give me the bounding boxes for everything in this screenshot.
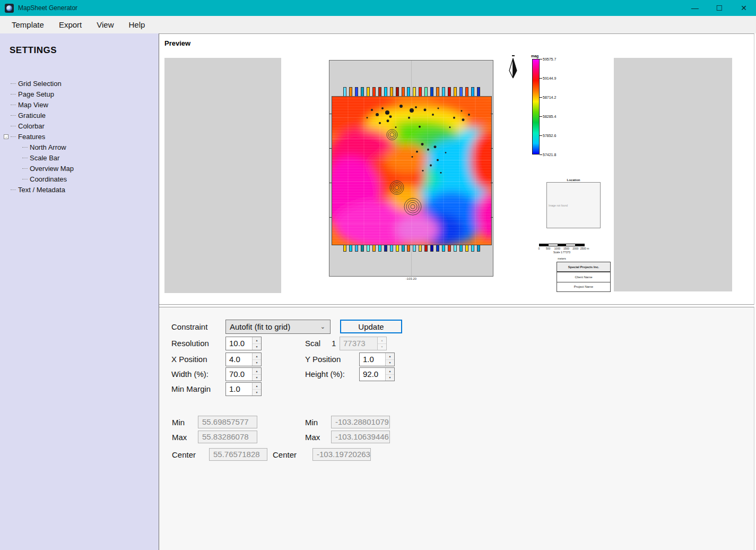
scale-bar-tick-label: 1000 [554,247,560,250]
sidebar-item-page-setup[interactable]: Page Setup [0,89,159,99]
close-button[interactable]: ✕ [732,0,756,16]
sidebar-item-features[interactable]: -Features [0,131,159,142]
tree-connector [11,94,16,94]
map-sheet-page: -103.20 [329,60,493,277]
spin-up-icon[interactable]: ▲ [253,353,261,360]
title-bar: MapSheet Generator — ☐ ✕ [0,0,756,16]
maximize-button[interactable]: ☐ [707,0,732,16]
menu-item-help[interactable]: Help [121,16,152,33]
sidebar-item-north-arrow[interactable]: North Arrow [0,142,159,152]
lon-min-field: -103.28801079 [331,416,390,428]
lon-max-label: Max [305,433,320,442]
spin-up-icon[interactable]: ▲ [386,353,394,360]
sidebar-item-label: North Arrow [30,143,66,151]
minimize-button[interactable]: — [683,0,707,16]
scale-stepper: 77373 ▲▼ [340,337,387,350]
tree-connector [22,147,28,148]
collapse-icon[interactable]: - [4,134,8,139]
tree-connector [11,105,16,105]
sidebar-item-overview-map[interactable]: Overview Map [0,163,159,174]
sidebar-item-text-metadata[interactable]: Text / Metadata [0,184,159,195]
y-position-stepper[interactable]: 1.0 ▲▼ [359,353,395,366]
tree-connector [11,115,16,116]
sidebar-item-label: Graticule [18,111,46,119]
map-view-form-panel: Constraint Autofit (fit to grid) ⌄ Updat… [159,307,754,550]
colorbar-gradient [532,59,540,154]
spin-up-icon[interactable]: ▲ [253,383,261,390]
spin-down-icon[interactable]: ▼ [386,375,394,381]
scale-bar-tick-label: 1500 [563,247,569,250]
resolution-stepper[interactable]: 10.0 ▲▼ [225,337,262,350]
sidebar-item-label: Page Setup [18,90,54,98]
lon-max-field: -103.10639446 [331,431,390,443]
sidebar-item-graticule[interactable]: Graticule [0,110,159,121]
spin-up-icon[interactable]: ▲ [253,337,261,344]
menu-item-template[interactable]: Template [4,16,51,33]
settings-sidebar: SETTINGS Grid SelectionPage SetupMap Vie… [0,33,159,550]
min-margin-stepper[interactable]: 1.0 ▲▼ [225,382,262,396]
scale-bar-caption: Scale 1:77373 [539,251,585,254]
sidebar-item-label: Features [18,133,45,141]
tree-connector [22,179,28,179]
scale-bar-tick-label: 2000 [572,247,578,250]
colorbar-title: mag [531,54,538,58]
sidebar-item-coordinates[interactable]: Coordinates [0,174,159,184]
overview-map-placeholder: Image not found [549,204,568,207]
scale-bar-tick-label: 500 [546,247,550,250]
spin-down-icon[interactable]: ▼ [386,360,394,366]
spin-up-icon: ▲ [378,337,386,344]
min-margin-label: Min Margin [171,384,211,393]
update-button[interactable]: Update [340,320,402,333]
lon-min-label: Min [305,418,318,427]
tree-connector [11,83,16,84]
scale-bar-segment [558,244,567,246]
constraint-label: Constraint [171,322,207,331]
spin-up-icon[interactable]: ▲ [386,368,394,375]
sidebar-item-label: Coordinates [30,175,67,183]
overview-map-box: Image not found [546,182,601,228]
spin-down-icon[interactable]: ▼ [253,390,261,396]
colorbar-tick: 58714.2 [540,96,556,99]
spin-up-icon[interactable]: ▲ [253,368,261,375]
width-stepper[interactable]: 70.0 ▲▼ [225,367,262,381]
tree-connector [11,190,16,190]
sidebar-item-scale-bar[interactable]: Scale Bar [0,152,159,163]
page-bottom-coordinate: -103.20 [329,277,493,280]
constraint-dropdown[interactable]: Autofit (fit to grid) ⌄ [225,320,331,334]
title-block-row: Client Name [557,272,610,282]
scale-bar-tick-label: 0 [538,247,540,250]
sidebar-item-colorbar[interactable]: Colorbar [0,121,159,131]
lat-center-field: 55.76571828 [209,448,267,461]
spin-down-icon[interactable]: ▼ [253,375,261,381]
scale-bar-tick-label: 2500 m [580,247,589,250]
main-area: Preview [159,33,756,550]
window-title: MapSheet Generator [18,4,77,12]
colorbar-tick: 59575.7 [540,57,556,61]
sidebar-item-map-view[interactable]: Map View [0,99,159,110]
left-placeholder-rect [164,58,281,293]
sidebar-item-label: Scale Bar [30,154,59,162]
menu-item-export[interactable]: Export [51,16,89,33]
scale-bar-units: meters [539,257,585,260]
lat-max-label: Max [172,433,187,442]
width-label: Width (%): [171,369,208,379]
sidebar-item-grid-selection[interactable]: Grid Selection [0,78,159,89]
sidebar-item-label: Map View [18,101,48,109]
menu-item-view[interactable]: View [89,16,121,33]
sidebar-item-label: Text / Metadata [18,186,65,194]
lon-center-label: Center [273,450,297,459]
height-stepper[interactable]: 92.0 ▲▼ [359,367,395,381]
map-raster-art [332,97,491,245]
tree-connector [11,136,16,137]
spin-down-icon[interactable]: ▼ [253,360,261,366]
sidebar-item-label: Overview Map [30,165,74,173]
spin-down-icon: ▼ [378,344,386,350]
north-arrow-icon [507,55,519,82]
right-placeholder-rect [614,58,732,291]
scale-bar-segment [575,244,584,246]
x-position-label: X Position [171,355,207,364]
title-block-row: Special Projects Inc. [557,262,610,272]
x-position-stepper[interactable]: 4.0 ▲▼ [225,353,262,366]
preview-panel: Preview [159,33,754,305]
spin-down-icon[interactable]: ▼ [253,344,261,350]
